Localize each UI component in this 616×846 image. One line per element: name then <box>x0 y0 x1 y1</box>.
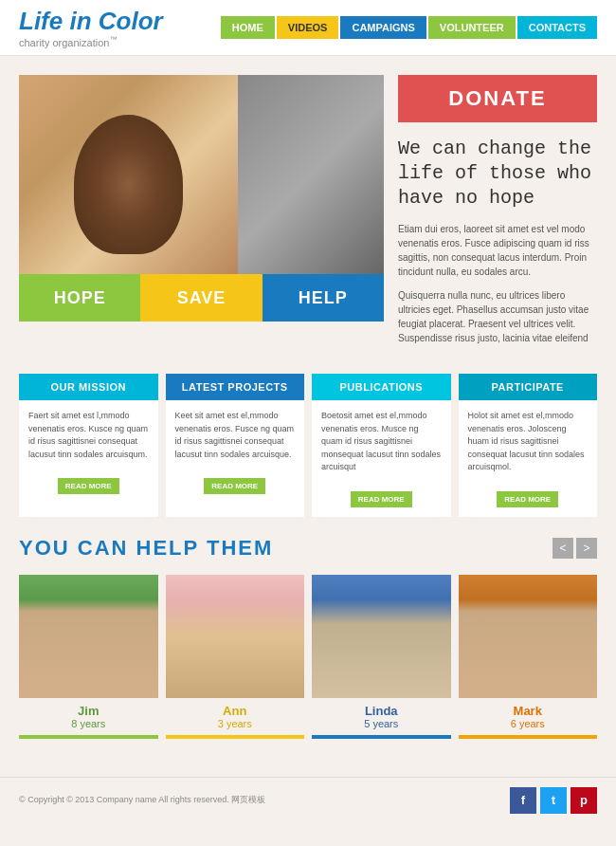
hero-image-right <box>238 75 384 274</box>
logo: Life in Color charity organization™ <box>19 8 163 47</box>
child-age-mark: 6 years <box>459 718 598 729</box>
child-card-mark: Mark 6 years <box>459 575 598 739</box>
hero-top-images <box>19 75 384 274</box>
hero-labels: HOPE SAVE HELP <box>19 274 384 322</box>
card-participate-body: Holot sit amet est el,mmodo venenatis er… <box>459 400 598 484</box>
card-projects-header: LATEST PROJECTS <box>166 374 305 400</box>
label-save: SAVE <box>140 274 262 322</box>
card-mission: OUR MISSION Faert sit amet est l,mmodo v… <box>19 374 158 517</box>
child-name-mark: Mark <box>459 704 598 718</box>
arrow-right[interactable]: > <box>576 538 597 559</box>
child-name-jim: Jim <box>19 704 158 718</box>
card-publications-body: Boetosit amet est el,mmodo venenatis ero… <box>312 400 451 484</box>
hero-right-panel: DONATE We can change the life of those w… <box>398 75 597 355</box>
child-name-bar-jim: Jim 8 years <box>19 698 158 735</box>
child-age-jim: 8 years <box>19 718 158 729</box>
read-more-mission[interactable]: READ MORE <box>58 478 119 494</box>
child-image-mark <box>459 575 598 698</box>
children-grid: Jim 8 years Ann 3 years Linda 5 years <box>19 575 597 739</box>
social-facebook[interactable]: f <box>510 787 536 814</box>
child-photo-2 <box>238 75 384 274</box>
child-image-jim <box>19 575 158 698</box>
hero-text-1: Etiam dui eros, laoreet sit amet est vel… <box>398 222 597 279</box>
nav-contacts[interactable]: CONTACTS <box>517 16 597 39</box>
help-section: YOU CAN HELP THEM < > Jim 8 years Ann 3 … <box>19 536 597 739</box>
read-more-projects[interactable]: READ MORE <box>204 478 265 494</box>
read-more-participate[interactable]: READ MORE <box>497 491 558 507</box>
card-projects: LATEST PROJECTS Keet sit amet est el,mmo… <box>166 374 305 517</box>
label-hope: HOPE <box>19 274 140 322</box>
child-card-ann: Ann 3 years <box>166 575 305 739</box>
read-more-publications[interactable]: READ MORE <box>351 491 412 507</box>
card-mission-header: OUR MISSION <box>19 374 158 400</box>
child-name-bar-linda: Linda 5 years <box>312 698 451 735</box>
footer: © Copyright © 2013 Company name All righ… <box>0 777 616 823</box>
child-image-linda <box>312 575 451 698</box>
card-projects-body: Keet sit amet est el,mmodo venenatis ero… <box>166 400 305 470</box>
nav-videos[interactable]: VIDEOS <box>277 16 339 39</box>
card-mission-body: Faert sit amet est l,mmodo venenatis ero… <box>19 400 158 470</box>
child-image-ann <box>166 575 305 698</box>
nav-campaigns[interactable]: CAMPAIGNS <box>340 16 426 39</box>
child-name-linda: Linda <box>312 704 451 718</box>
nav-volunteer[interactable]: VOLUNTEER <box>428 16 516 39</box>
help-header: YOU CAN HELP THEM < > <box>19 536 597 561</box>
donate-button[interactable]: DONATE <box>398 75 597 122</box>
arrow-left[interactable]: < <box>553 538 573 559</box>
hero-image-left <box>19 75 238 274</box>
hero-text-2: Quisquerra nulla nunc, eu ultrices liber… <box>398 288 597 345</box>
logo-title: Life in Color <box>19 8 163 35</box>
child-card-jim: Jim 8 years <box>19 575 158 739</box>
main-nav: HOME VIDEOS CAMPAIGNS VOLUNTEER CONTACTS <box>221 16 597 39</box>
label-help: HELP <box>263 274 384 322</box>
footer-copyright: © Copyright © 2013 Company name All righ… <box>19 794 265 806</box>
card-publications: PUBLICATIONS Boetosit amet est el,mmodo … <box>312 374 451 517</box>
header: Life in Color charity organization™ HOME… <box>0 0 616 56</box>
card-publications-header: PUBLICATIONS <box>312 374 451 400</box>
help-title: YOU CAN HELP THEM <box>19 536 273 561</box>
section-cards: OUR MISSION Faert sit amet est l,mmodo v… <box>19 374 597 517</box>
logo-subtitle: charity organization™ <box>19 35 163 48</box>
social-pinterest[interactable]: p <box>571 787 597 814</box>
child-name-bar-ann: Ann 3 years <box>166 698 305 735</box>
card-participate-header: PARTICIPATE <box>459 374 598 400</box>
social-twitter[interactable]: t <box>540 787 567 814</box>
hero-section: HOPE SAVE HELP DONATE We can change the … <box>19 75 597 355</box>
child-name-bar-mark: Mark 6 years <box>459 698 598 735</box>
child-card-linda: Linda 5 years <box>312 575 451 739</box>
child-photo-1 <box>19 75 238 274</box>
child-age-linda: 5 years <box>312 718 451 729</box>
main-content: HOPE SAVE HELP DONATE We can change the … <box>0 56 616 758</box>
nav-home[interactable]: HOME <box>221 16 275 39</box>
hero-quote: We can change the life of those who have… <box>398 137 597 211</box>
social-icons: f t p <box>510 787 597 814</box>
child-age-ann: 3 years <box>166 718 305 729</box>
nav-arrows: < > <box>553 538 597 559</box>
child-name-ann: Ann <box>166 704 305 718</box>
card-participate: PARTICIPATE Holot sit amet est el,mmodo … <box>459 374 598 517</box>
hero-images: HOPE SAVE HELP <box>19 75 384 355</box>
